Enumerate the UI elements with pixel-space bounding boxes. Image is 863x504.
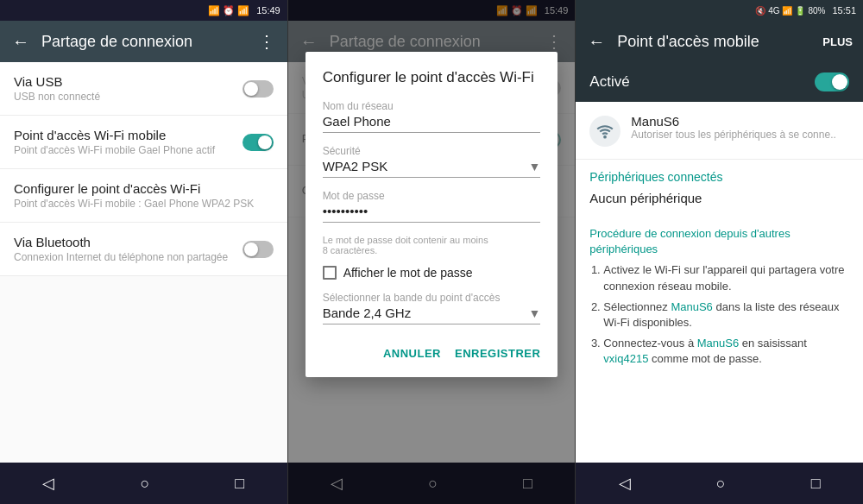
connected-devices-title: Périphériques connectés [576,160,863,187]
instruction-3: Connectez-vous à ManuS6 en saisissant vx… [603,336,849,367]
recent-nav-1[interactable]: □ [214,468,265,500]
password-link[interactable]: vxiq4215 [603,352,648,365]
dialog-actions: ANNULER ENREGISTRER [323,337,541,367]
wifi-text: Point d'accès Wi-Fi mobile Point d'accès… [14,128,232,156]
wifi-toggle[interactable] [243,134,274,151]
panel-2: 📶 ⏰ 📶 15:49 ← Partage de connexion ⋮ Via… [287,0,576,504]
band-select-row[interactable]: Bande 2,4 GHz ▼ [323,306,541,324]
status-bar-3: 🔇 4G 📶 🔋 80% 15:51 [576,0,863,21]
instruction-2: Sélectionnez ManuS6 dans la liste des ré… [603,299,849,331]
band-label: Sélectionner la bande du point d'accès [323,292,541,304]
back-button-1[interactable]: ← [7,28,35,55]
usb-setting[interactable]: Via USB USB non connecté [0,62,287,116]
activated-label: Activé [589,73,629,91]
status-time-1: 15:49 [256,5,280,16]
usb-toggle[interactable] [243,80,274,98]
panel-1: 📶 ⏰ 📶 15:49 ← Partage de connexion ⋮ Via… [0,0,287,504]
band-value: Bande 2,4 GHz [323,306,412,320]
manus6-link-2[interactable]: ManuS6 [697,337,739,350]
security-label: Sécurité [323,145,541,157]
usb-subtitle: USB non connecté [14,91,232,103]
network-label: Nom du réseau [323,100,541,112]
battery-icon: 🔋 [795,6,805,16]
status-icons-1: 📶 ⏰ 📶 [208,5,249,16]
instructions-list: Activez le Wi-Fi sur l'appareil qui part… [576,262,863,386]
home-nav-3[interactable]: ○ [696,468,746,500]
configure-setting[interactable]: Configurer le point d'accès Wi-Fi Point … [0,169,287,223]
wifi-hotspot-setting[interactable]: Point d'accès Wi-Fi mobile Point d'accès… [0,116,287,169]
battery-percent: 80% [808,6,825,16]
save-button[interactable]: ENREGISTRER [455,340,540,367]
status-time-3: 15:51 [832,5,856,16]
wifi-config-dialog: Configurer le point d'accès Wi-Fi Nom du… [306,52,558,377]
back-nav-1[interactable]: ◁ [22,467,75,500]
show-password-label: Afficher le mot de passe [343,266,473,280]
network-card[interactable]: ManuS6 Autoriser tous les périphériques … [576,102,863,160]
dialog-title: Configurer le point d'accès Wi-Fi [323,69,541,86]
password-label: Mot de passe [323,190,541,202]
activated-toggle[interactable] [815,72,849,91]
bluetooth-text: Via Bluetooth Connexion Internet du télé… [14,235,232,263]
usb-text: Via USB USB non connecté [14,74,232,103]
network-desc: Autoriser tous les périphériques à se co… [631,129,835,141]
panel-3: 🔇 4G 📶 🔋 80% 15:51 ← Point d'accès mobil… [575,0,863,504]
menu-button-1[interactable]: ⋮ [253,28,280,55]
wifi-status-icon: 📶 [208,5,220,16]
4g-icon: 4G [768,6,779,16]
wifi-title: Point d'accès Wi-Fi mobile [14,128,232,142]
instruction-1: Activez le Wi-Fi sur l'appareil qui part… [603,262,849,293]
toolbar-title-3: Point d'accès mobile [617,33,812,51]
wifi-subtitle: Point d'accès Wi-Fi mobile Gael Phone ac… [14,144,232,156]
toolbar-title-1: Partage de connexion [41,33,246,51]
plus-button-3[interactable]: PLUS [819,28,856,55]
security-value: WPA2 PSK [323,159,388,173]
network-info: ManuS6 Autoriser tous les périphériques … [631,114,835,141]
usb-title: Via USB [14,74,232,89]
password-hint: Le mot de passe doit contenir au moins8 … [323,235,541,255]
bluetooth-title: Via Bluetooth [14,235,232,249]
bluetooth-subtitle: Connexion Internet du téléphone non part… [14,251,232,263]
configure-text: Configurer le point d'accès Wi-Fi Point … [14,181,274,210]
network-value[interactable]: Gael Phone [323,114,541,133]
bluetooth-setting[interactable]: Via Bluetooth Connexion Internet du télé… [0,223,287,276]
alarm-icon: ⏰ [223,5,235,16]
volume-icon: 🔇 [755,6,765,16]
status-icons-3: 🔇 4G 📶 🔋 80% [755,6,825,16]
network-name: ManuS6 [631,114,835,129]
activated-row[interactable]: Activé [576,62,863,102]
band-chevron-icon: ▼ [529,306,541,320]
dialog-overlay: Configurer le point d'accès Wi-Fi Nom du… [288,0,576,504]
chevron-down-icon: ▼ [529,160,541,173]
svg-point-0 [605,136,607,138]
configure-subtitle: Point d'accès Wi-Fi mobile : Gael Phone … [14,198,274,210]
show-password-checkbox[interactable] [323,266,337,280]
manus6-link-1[interactable]: ManuS6 [671,300,712,313]
signal-icon: 📶 [237,5,249,16]
show-password-row[interactable]: Afficher le mot de passe [323,266,541,280]
wifi-circle-icon [589,116,620,147]
password-value[interactable]: •••••••••• [323,204,541,223]
status-bar-1: 📶 ⏰ 📶 15:49 [0,0,287,21]
bluetooth-toggle[interactable] [243,241,274,258]
configure-title: Configurer le point d'accès Wi-Fi [14,181,274,196]
bottom-nav-1: ◁ ○ □ [0,463,287,504]
signal-bar-icon: 📶 [782,6,792,16]
back-nav-3[interactable]: ◁ [598,467,652,500]
toolbar-1: ← Partage de connexion ⋮ [0,21,287,62]
back-button-3[interactable]: ← [583,28,610,55]
home-nav-1[interactable]: ○ [119,468,170,500]
hotspot-content: Activé ManuS6 Autoriser tous les périphé… [576,62,863,463]
settings-list-1: Via USB USB non connecté Point d'accès W… [0,62,287,463]
recent-nav-3[interactable]: □ [791,468,841,500]
no-device-text: Aucun périphérique [576,187,863,216]
bottom-nav-3: ◁ ○ □ [576,463,863,504]
instructions-title: Procédure de connexion depuis d'autrespé… [576,216,863,262]
toolbar-3: ← Point d'accès mobile PLUS [576,21,863,62]
security-select-row[interactable]: WPA2 PSK ▼ [323,159,541,178]
cancel-button[interactable]: ANNULER [383,340,441,367]
